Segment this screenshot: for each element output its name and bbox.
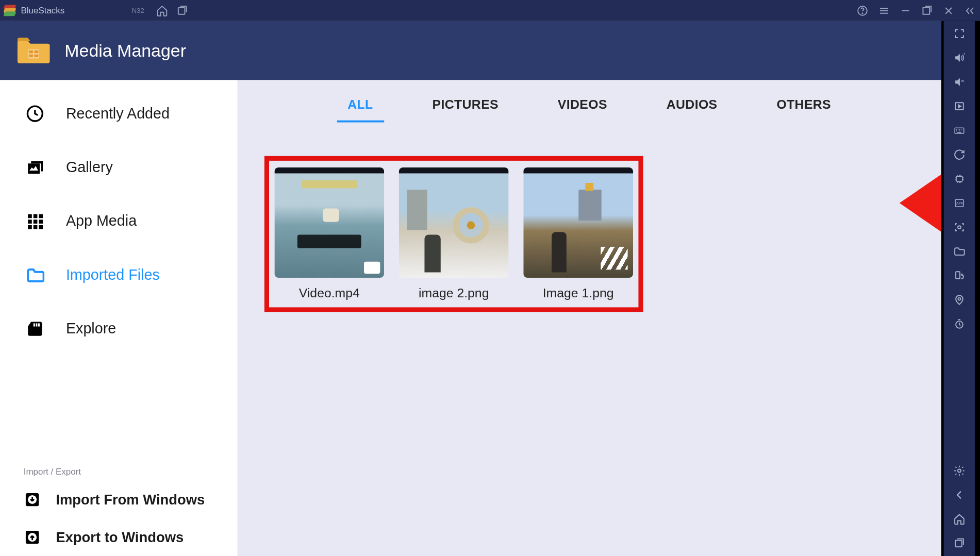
sidebar-item-app-media[interactable]: App Media bbox=[0, 194, 238, 248]
file-card[interactable]: Image 1.png bbox=[523, 167, 633, 300]
svg-rect-0 bbox=[178, 7, 185, 14]
svg-text:APK: APK bbox=[956, 201, 964, 205]
instance-badge: N32 bbox=[132, 7, 144, 14]
svg-rect-6 bbox=[35, 50, 39, 53]
sidebar-action-import[interactable]: Import From Windows bbox=[0, 481, 238, 518]
sd-card-icon bbox=[26, 319, 45, 339]
svg-rect-31 bbox=[956, 272, 960, 279]
svg-rect-16 bbox=[28, 225, 32, 229]
apk-icon[interactable]: APK bbox=[953, 197, 965, 209]
sidebar-section-label: Import / Export bbox=[0, 463, 238, 481]
location-icon[interactable] bbox=[953, 294, 965, 306]
content-area: ALL PICTURES VIDEOS AUDIOS OTHERS bbox=[238, 80, 941, 556]
volume-down-icon[interactable] bbox=[953, 76, 965, 88]
folder-icon bbox=[16, 36, 51, 65]
sidebar: Recently Added Gallery App Media Importe… bbox=[0, 80, 238, 556]
folder-outline-icon bbox=[26, 265, 45, 284]
callout-arrow-icon bbox=[900, 166, 941, 240]
recents-panel-icon[interactable] bbox=[953, 537, 965, 549]
svg-rect-20 bbox=[36, 323, 37, 326]
bluestacks-logo-icon bbox=[4, 5, 15, 16]
play-square-icon[interactable] bbox=[953, 100, 965, 112]
svg-point-32 bbox=[958, 298, 960, 300]
gallery-icon bbox=[26, 158, 45, 177]
svg-rect-3 bbox=[923, 7, 929, 14]
screenshot-icon[interactable] bbox=[953, 221, 965, 233]
svg-rect-11 bbox=[34, 214, 38, 218]
sidebar-item-gallery[interactable]: Gallery bbox=[0, 141, 238, 194]
close-icon[interactable] bbox=[942, 4, 954, 16]
svg-rect-12 bbox=[39, 214, 43, 218]
callout-highlight-box: Video.mp4 bbox=[264, 156, 643, 312]
file-name: Video.mp4 bbox=[274, 286, 384, 301]
svg-rect-7 bbox=[29, 55, 33, 57]
sidebar-item-explore[interactable]: Explore bbox=[0, 302, 238, 356]
sidebar-item-label: Imported Files bbox=[66, 266, 160, 284]
apps-grid-icon bbox=[26, 212, 45, 231]
video-indicator-icon bbox=[364, 262, 380, 274]
svg-text:+: + bbox=[963, 52, 966, 57]
maximize-icon[interactable] bbox=[921, 4, 933, 16]
sync-icon[interactable] bbox=[953, 148, 965, 160]
sidebar-item-imported-files[interactable]: Imported Files bbox=[0, 248, 238, 302]
import-icon bbox=[24, 491, 41, 509]
file-name: Image 1.png bbox=[523, 286, 633, 301]
svg-rect-5 bbox=[29, 50, 33, 53]
fullscreen-icon[interactable] bbox=[953, 28, 965, 40]
side-toolbar: + APK bbox=[944, 21, 975, 556]
rotate-icon[interactable] bbox=[953, 269, 965, 281]
page-title: Media Manager bbox=[64, 40, 186, 61]
file-name: image 2.png bbox=[399, 286, 509, 301]
clock-icon bbox=[26, 104, 45, 123]
file-thumbnail bbox=[523, 167, 633, 278]
svg-rect-27 bbox=[956, 176, 962, 181]
recents-icon[interactable] bbox=[176, 4, 188, 16]
sidebar-item-label: Gallery bbox=[66, 159, 113, 176]
minimize-icon[interactable] bbox=[900, 4, 911, 16]
tabs: ALL PICTURES VIDEOS AUDIOS OTHERS bbox=[238, 80, 941, 122]
file-thumbnail bbox=[399, 167, 509, 278]
svg-rect-15 bbox=[39, 220, 43, 224]
tab-pictures[interactable]: PICTURES bbox=[422, 93, 509, 122]
svg-point-2 bbox=[862, 13, 862, 13]
svg-rect-35 bbox=[955, 541, 962, 547]
file-thumbnail bbox=[274, 167, 384, 278]
folder-open-icon[interactable] bbox=[953, 245, 965, 257]
keyboard-icon[interactable] bbox=[953, 124, 965, 136]
hamburger-menu-icon[interactable] bbox=[878, 4, 890, 16]
titlebar: BlueStacks N32 bbox=[0, 0, 980, 21]
app-header: Media Manager bbox=[0, 21, 941, 80]
sidebar-action-export[interactable]: Export to Windows bbox=[0, 518, 238, 556]
sidebar-action-label: Import From Windows bbox=[56, 492, 205, 508]
sidebar-item-recently-added[interactable]: Recently Added bbox=[0, 87, 238, 140]
chip-icon[interactable] bbox=[953, 173, 965, 184]
back-icon[interactable] bbox=[953, 489, 965, 501]
tab-audios[interactable]: AUDIOS bbox=[656, 93, 728, 122]
svg-rect-18 bbox=[39, 225, 43, 229]
file-card[interactable]: image 2.png bbox=[399, 167, 509, 300]
sidebar-item-label: Recently Added bbox=[66, 105, 170, 123]
sidebar-item-label: Explore bbox=[66, 320, 116, 338]
collapse-sidebar-icon[interactable] bbox=[964, 4, 976, 16]
timer-icon[interactable] bbox=[953, 318, 965, 330]
svg-rect-8 bbox=[35, 55, 39, 57]
svg-rect-19 bbox=[34, 323, 35, 326]
settings-icon[interactable] bbox=[953, 465, 965, 477]
help-icon[interactable] bbox=[856, 4, 868, 16]
svg-rect-21 bbox=[38, 323, 40, 326]
sidebar-item-label: App Media bbox=[66, 212, 137, 230]
svg-point-34 bbox=[958, 469, 961, 473]
volume-up-icon[interactable]: + bbox=[953, 52, 965, 63]
app-name: BlueStacks bbox=[21, 5, 64, 15]
svg-point-30 bbox=[958, 226, 961, 229]
tab-videos[interactable]: VIDEOS bbox=[547, 93, 618, 122]
home-icon[interactable] bbox=[156, 4, 168, 16]
tab-others[interactable]: OTHERS bbox=[766, 93, 841, 122]
svg-rect-17 bbox=[34, 225, 38, 229]
export-icon bbox=[24, 529, 41, 546]
svg-rect-14 bbox=[34, 220, 38, 224]
home-panel-icon[interactable] bbox=[953, 513, 965, 525]
tab-all[interactable]: ALL bbox=[337, 93, 384, 122]
file-card[interactable]: Video.mp4 bbox=[274, 167, 384, 300]
sidebar-action-label: Export to Windows bbox=[56, 529, 184, 545]
